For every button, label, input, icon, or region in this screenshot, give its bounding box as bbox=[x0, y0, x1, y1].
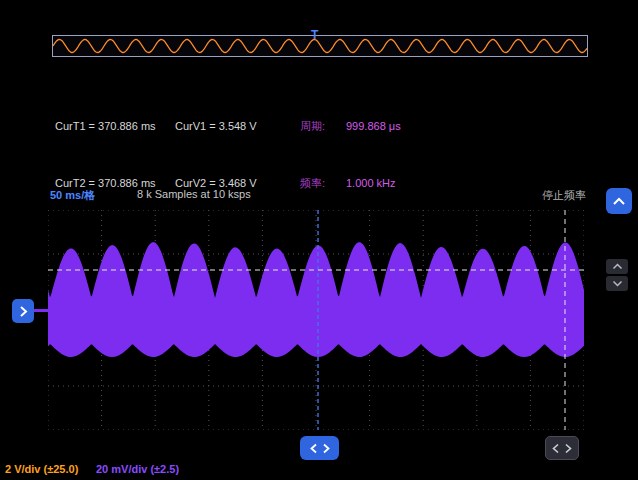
period-value: 999.868 μs bbox=[346, 117, 401, 136]
stop-frequency-button[interactable]: 停止频率 bbox=[542, 188, 586, 203]
scope-display[interactable] bbox=[48, 210, 584, 430]
channel1-overview-trace bbox=[53, 40, 587, 53]
chevron-left-right-icon bbox=[551, 443, 573, 454]
scroll-up-button[interactable] bbox=[606, 188, 632, 214]
waveform-overview-strip[interactable] bbox=[52, 35, 588, 57]
trigger-marker[interactable]: T bbox=[311, 29, 318, 41]
cursor-horizontal-move-button[interactable] bbox=[545, 436, 579, 460]
chevron-up-icon bbox=[612, 263, 623, 270]
curt1-readout: CurT1 = 370.886 ms bbox=[55, 117, 156, 136]
chevron-left-right-icon bbox=[309, 443, 331, 454]
chevron-up-icon bbox=[612, 197, 626, 206]
timebase-setting[interactable]: 50 ms/格 bbox=[50, 188, 95, 203]
period-label: 周期: bbox=[300, 117, 346, 136]
frequency-row: 频率: 1.000 kHz bbox=[300, 174, 405, 193]
nudge-up-button[interactable] bbox=[606, 259, 628, 274]
channel-panel-expand-button[interactable] bbox=[12, 299, 34, 323]
channel1-overview-svg bbox=[53, 36, 587, 56]
vertical-cursor-spinner bbox=[606, 259, 628, 291]
curv1-readout: CurV1 = 3.548 V bbox=[175, 117, 266, 136]
channel1-scale-label[interactable]: 2 V/div (±25.0) bbox=[5, 463, 78, 475]
trigger-horizontal-move-button[interactable] bbox=[300, 436, 339, 460]
nudge-down-button[interactable] bbox=[606, 276, 628, 291]
frequency-label: 频率: bbox=[300, 174, 346, 193]
channel2-position-marker[interactable] bbox=[34, 309, 48, 312]
chevron-down-icon bbox=[612, 280, 623, 287]
sample-rate-info: 8 k Samples at 10 ksps bbox=[137, 188, 251, 200]
scope-svg bbox=[48, 210, 584, 430]
frequency-value: 1.000 kHz bbox=[346, 174, 396, 193]
period-row: 周期: 999.868 μs bbox=[300, 117, 405, 136]
chevron-right-icon bbox=[19, 305, 28, 318]
channel2-scale-label[interactable]: 20 mV/div (±2.5) bbox=[96, 463, 179, 475]
channel2-waveform-trace bbox=[48, 242, 584, 357]
